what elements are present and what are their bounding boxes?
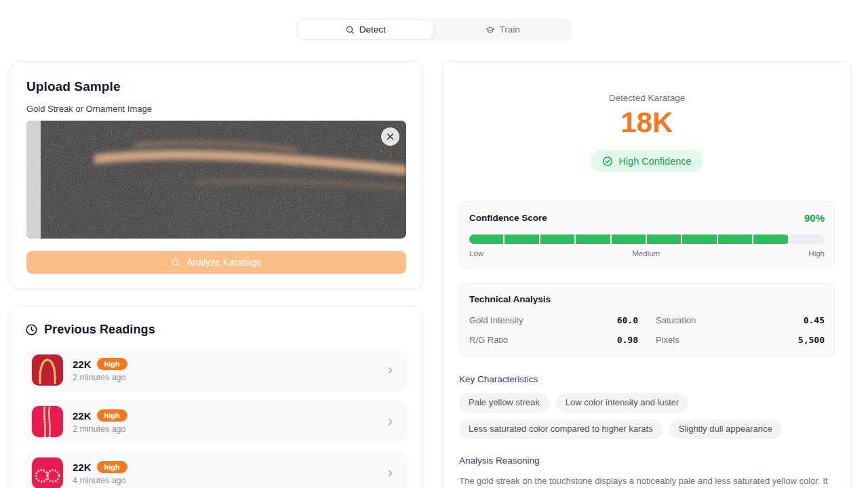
confidence-score-panel: Confidence Score 90% Low Medium High [459,201,835,269]
metric-pixels: Pixels5,500 [656,335,825,345]
metric-label: Saturation [656,315,696,325]
reading-karat: 22K [73,462,92,473]
scale-label-low: Low [469,249,484,258]
karatage-value: 18K [459,107,835,138]
scale-label-high: High [808,249,825,258]
metric-r-g-ratio: R/G Ratio0.98 [469,335,638,345]
reading-confidence-badge: high [97,358,127,370]
metric-label: Pixels [656,335,679,345]
close-icon [386,132,395,141]
analyze-karatage-button[interactable]: Analyze Karatage [26,251,406,274]
reading-row[interactable]: 22Khigh4 minutes ago [25,452,408,488]
detected-karatage-label: Detected Karatage [459,93,835,103]
sample-image-preview [26,121,406,239]
analyze-button-label: Analyze Karatage [186,257,262,268]
key-characteristics-title: Key Characteristics [459,374,835,384]
search-icon [171,258,180,267]
reading-info: 22Khigh4 minutes ago [73,461,385,485]
analysis-result-card: Detected Karatage 18K High Confidence Co… [442,61,852,488]
upload-title: Upload Sample [26,79,406,94]
readings-title: Previous Readings [44,323,155,337]
previous-readings-card: Previous Readings 22Khigh2 minutes ago22… [9,306,423,488]
reading-info: 22Khigh2 minutes ago [73,409,385,434]
reading-thumbnail [32,354,63,386]
reading-info: 22Khigh2 minutes ago [73,358,385,382]
reading-karat: 22K [73,359,92,370]
chevron-right-icon [385,468,395,479]
metric-label: Gold Intensity [469,315,524,325]
tab-train-label: Train [500,24,520,35]
scale-label-medium: Medium [632,249,660,258]
technical-analysis-panel: Technical Analysis Gold Intensity60.0Sat… [459,283,835,357]
metric-value: 0.98 [617,335,638,345]
graduation-cap-icon [486,25,495,35]
reading-thumbnail [32,458,63,488]
touchstone-streak-image [26,121,406,239]
metric-value: 60.0 [617,315,638,325]
reading-time: 4 minutes ago [73,476,385,485]
analysis-reasoning-text: The gold streak on the touchstone displa… [459,474,835,488]
characteristic-tag: Less saturated color compared to higher … [459,420,663,439]
reading-time: 2 minutes ago [73,424,385,434]
confidence-score-title: Confidence Score [469,213,547,223]
reading-confidence-badge: high [97,409,127,422]
tab-train[interactable]: Train [436,20,570,39]
characteristics-tags: Pale yellow streakLow color intensity an… [459,393,835,439]
image-field-label: Gold Streak or Ornament Image [26,104,406,114]
reading-confidence-badge: high [97,461,127,473]
confidence-percent: 90% [804,212,825,224]
metric-value: 0.45 [804,315,825,325]
technical-analysis-title: Technical Analysis [469,294,825,304]
reading-thumbnail [32,406,63,437]
characteristic-tag: Low color intensity and luster [556,393,689,413]
mode-tabs: Detect Train [296,18,572,41]
tab-divider [434,23,435,36]
tab-detect-label: Detect [359,24,386,35]
metric-saturation: Saturation0.45 [656,315,825,325]
confidence-badge: High Confidence [591,150,703,172]
characteristic-tag: Pale yellow streak [459,393,549,413]
characteristic-tag: Slightly dull appearance [669,420,782,439]
remove-image-button[interactable] [381,127,399,146]
reading-time: 2 minutes ago [73,373,385,382]
reading-row[interactable]: 22Khigh2 minutes ago [25,349,408,391]
metric-label: R/G Ratio [469,335,508,345]
clock-icon [25,323,38,336]
analysis-reasoning-title: Analysis Reasoning [459,455,835,466]
metric-gold-intensity: Gold Intensity60.0 [469,315,638,325]
reading-karat: 22K [73,410,92,422]
reading-row[interactable]: 22Khigh2 minutes ago [25,401,408,443]
tab-detect[interactable]: Detect [298,20,433,39]
confidence-bar-segments [469,235,825,244]
chevron-right-icon [385,365,395,375]
check-circle-icon [602,156,613,167]
chevron-right-icon [385,417,395,427]
confidence-bar [469,235,825,244]
readings-list: 22Khigh2 minutes ago22Khigh2 minutes ago… [25,349,408,488]
metric-value: 5,500 [798,335,825,345]
technical-metrics-grid: Gold Intensity60.0Saturation0.45R/G Rati… [469,315,825,345]
upload-sample-card: Upload Sample Gold Streak or Ornament Im… [9,61,423,289]
confidence-badge-label: High Confidence [618,156,691,167]
search-icon [345,25,355,35]
